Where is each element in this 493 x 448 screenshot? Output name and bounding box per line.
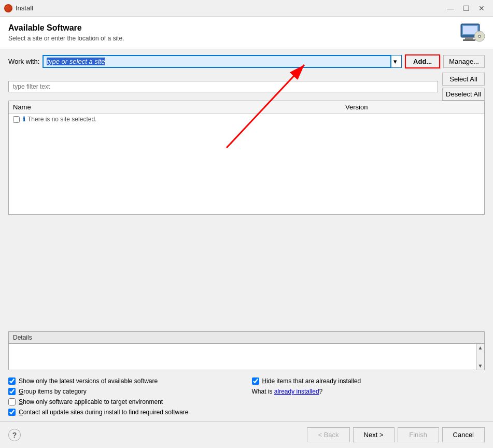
info-icon: ℹ (23, 116, 25, 123)
checkbox-target-env[interactable] (8, 398, 16, 405)
help-button[interactable]: ? (8, 429, 21, 441)
filter-input[interactable] (8, 81, 438, 92)
details-scrollbar: ▲ ▼ (476, 344, 484, 370)
next-button[interactable]: Next > (353, 427, 395, 442)
filter-row: Select All Deselect All (8, 73, 485, 101)
list-item: ℹ There is no site selected. (9, 114, 484, 125)
page-title: Available Software (8, 23, 124, 33)
list-header: Name Version (9, 101, 484, 114)
maximize-button[interactable]: ☐ (459, 3, 473, 14)
column-version: Version (345, 103, 480, 111)
header-text: Available Software Select a site or ente… (8, 23, 124, 42)
checkbox-hide-installed[interactable] (252, 377, 259, 385)
option-latest-versions[interactable]: Show only the latest versions of availab… (8, 377, 242, 385)
options-left: Show only the latest versions of availab… (8, 377, 242, 416)
option-what-is-installed: What is already installed? (252, 388, 485, 395)
options-right: Hide items that are already installed Wh… (252, 377, 485, 416)
deselect-all-button[interactable]: Deselect All (442, 88, 485, 101)
svg-point-7 (479, 36, 481, 37)
column-name: Name (13, 103, 345, 111)
main-area: Work with: ▾ Add... Manage... Select All… (0, 49, 493, 421)
details-section: Details ▲ ▼ (8, 331, 485, 370)
bottom-left: ? (8, 429, 21, 441)
page-subtitle: Select a site or enter the location of a… (8, 35, 124, 42)
title-bar-title: Install (16, 4, 33, 12)
header-icon (460, 23, 485, 43)
option-hide-installed[interactable]: Hide items that are already installed (252, 377, 485, 385)
details-textarea[interactable] (9, 344, 476, 370)
bottom-bar: ? < Back Next > Finish Cancel (0, 421, 493, 448)
scroll-up-icon[interactable]: ▲ (477, 344, 484, 352)
site-input[interactable] (43, 55, 391, 68)
scroll-down-icon[interactable]: ▼ (477, 362, 484, 370)
option-target-env[interactable]: Show only software applicable to target … (8, 398, 242, 405)
checkbox-group-by-category[interactable] (8, 388, 16, 395)
title-bar-controls: — ☐ ✕ (443, 3, 489, 14)
close-button[interactable]: ✕ (474, 3, 489, 14)
minimize-button[interactable]: — (443, 3, 458, 14)
select-all-button[interactable]: Select All (442, 73, 485, 86)
install-icon (460, 23, 485, 43)
software-list: Name Version ℹ There is no site selected… (9, 101, 484, 214)
svg-rect-4 (463, 39, 475, 41)
option-contact-update-sites[interactable]: Contact all update sites during install … (8, 409, 242, 416)
list-item-checkbox[interactable] (13, 116, 20, 123)
add-button[interactable]: Add... (405, 54, 440, 68)
manage-button[interactable]: Manage... (443, 55, 485, 68)
finish-button[interactable]: Finish (398, 427, 439, 442)
title-bar: Install — ☐ ✕ (0, 0, 493, 17)
options-section: Show only the latest versions of availab… (8, 377, 485, 416)
bottom-right: < Back Next > Finish Cancel (307, 427, 485, 442)
work-with-label: Work with: (8, 58, 39, 65)
details-body: ▲ ▼ (9, 344, 484, 370)
option-group-by-category[interactable]: Group items by category (8, 388, 242, 395)
svg-rect-3 (465, 37, 473, 39)
chevron-down-icon: ▾ (393, 58, 397, 65)
header-section: Available Software Select a site or ente… (0, 17, 493, 49)
cancel-button[interactable]: Cancel (442, 427, 485, 442)
site-dropdown-button[interactable]: ▾ (391, 55, 402, 68)
no-site-message: There is no site selected. (27, 116, 96, 123)
checkbox-contact-update-sites[interactable] (8, 409, 16, 416)
back-button[interactable]: < Back (307, 427, 349, 442)
title-bar-left: Install (4, 4, 33, 12)
work-with-row: Work with: ▾ Add... Manage... (8, 54, 485, 68)
eclipse-icon (4, 4, 12, 12)
details-header: Details (9, 332, 484, 344)
checkbox-latest-versions[interactable] (8, 377, 16, 385)
already-installed-link[interactable]: already installed (274, 388, 319, 395)
work-with-input-wrapper: ▾ (43, 55, 402, 68)
